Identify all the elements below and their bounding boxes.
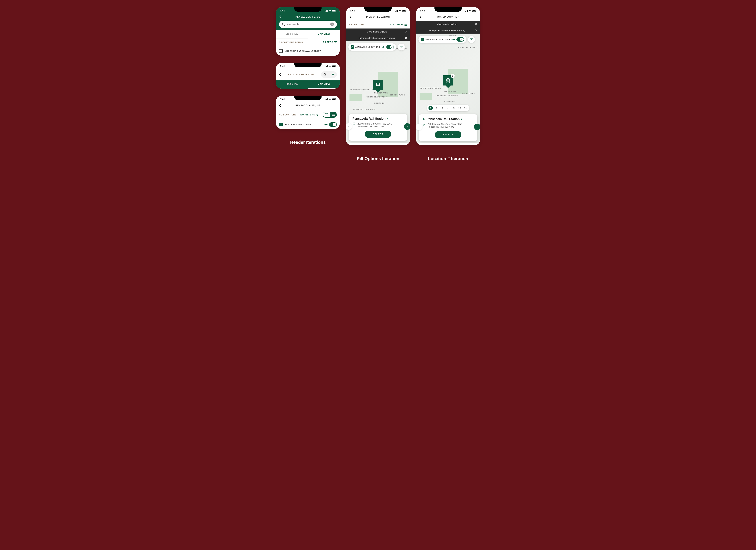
svg-rect-18 (336, 66, 336, 67)
next-location-button[interactable]: › (404, 123, 410, 130)
svg-point-79 (474, 17, 474, 17)
wifi-icon (469, 10, 472, 12)
search-button[interactable] (321, 71, 329, 78)
tab-map-view[interactable]: MAP VIEW (308, 80, 340, 89)
view-toggle (323, 112, 337, 118)
location-card: Pensacola Rail Station › 2200 Rental Car… (349, 114, 407, 141)
location-address: 2200 Rental Car Cntr Pkwy 2250 Pensacola… (428, 123, 462, 128)
svg-point-58 (377, 85, 378, 86)
back-button[interactable] (349, 15, 351, 19)
back-button[interactable] (279, 73, 281, 76)
svg-rect-14 (326, 66, 327, 67)
brand-toggle[interactable]: ✓ (386, 45, 394, 49)
map-pin[interactable] (373, 80, 383, 90)
list-view-button[interactable]: LIST VIEW (390, 23, 407, 26)
svg-rect-84 (447, 78, 450, 82)
list-view-button[interactable] (474, 16, 477, 18)
notch (294, 63, 322, 67)
no-locations-label: NO LOCATIONS (279, 114, 296, 116)
svg-rect-17 (332, 66, 335, 67)
count-listview-row: 5 LOCATIONS LIST VIEW (346, 21, 410, 28)
signal-icon (325, 10, 328, 12)
search-icon (282, 23, 285, 26)
status-icons (325, 65, 336, 67)
availability-checkbox[interactable] (279, 49, 283, 53)
search-input[interactable] (287, 23, 328, 26)
tab-list-view[interactable]: LIST VIEW (276, 80, 308, 89)
available-label: AVAILABLE LOCATIONS (284, 123, 311, 126)
select-button[interactable]: SELECT (435, 131, 461, 138)
filter-button[interactable] (398, 44, 405, 50)
page-9[interactable]: 9 (452, 106, 456, 110)
pill-bar: ✓ AVAILABLE LOCATIONS -e- ✓ (348, 43, 408, 51)
brand-toggle[interactable]: ✓ (456, 37, 464, 42)
filter-icon (400, 46, 403, 48)
no-filters-row: NO LOCATIONS NO FILTERS (276, 109, 340, 120)
filter-button[interactable] (468, 36, 475, 43)
brand-toggle[interactable]: ✓ (329, 122, 337, 127)
svg-rect-62 (377, 84, 379, 85)
toast-enterprise: Enterprise locations are now showing ✕ (416, 27, 480, 34)
back-button[interactable] (279, 15, 281, 19)
status-time: 9:41 (280, 9, 285, 12)
location-title-row[interactable]: 1. Pensacola Rail Station › (422, 117, 474, 121)
svg-rect-70 (467, 10, 467, 12)
page-1[interactable]: 1 (428, 106, 433, 110)
next-location-button[interactable]: › (474, 124, 480, 130)
map[interactable]: MADISON PARK CORDOVA PLACE WHISPERS AT C… (416, 34, 480, 143)
svg-rect-46 (403, 10, 405, 11)
filter-button[interactable] (329, 72, 337, 77)
location-number: 1. (422, 117, 425, 121)
battery-icon (332, 98, 336, 100)
toast-text: Enterprise locations are now showing (419, 29, 475, 32)
toast-close-button[interactable]: ✕ (405, 36, 407, 40)
no-filters-button[interactable]: NO FILTERS (300, 113, 319, 116)
status-time: 9:41 (420, 9, 425, 12)
filters-button[interactable]: FILTERS (323, 41, 337, 44)
svg-rect-2 (326, 10, 327, 12)
available-row: ✓ AVAILABLE LOCATIONS -e- ✓ (276, 120, 340, 129)
svg-point-64 (353, 124, 354, 124)
phone-header-v2: 9:41 5 LOCATIONS FOUND (276, 63, 340, 89)
back-button[interactable] (279, 104, 281, 107)
svg-point-38 (332, 114, 332, 114)
wifi-icon (399, 10, 401, 12)
page-11[interactable]: 11 (463, 106, 468, 110)
back-button[interactable] (419, 15, 421, 19)
phone-header-v1: 9:41 PENSACOLA, FL, US (276, 7, 340, 56)
available-checkbox[interactable]: ✓ (421, 38, 424, 41)
select-button[interactable]: SELECT (365, 131, 391, 138)
status-time: 9:41 (280, 98, 285, 101)
location-count: 5 LOCATIONS FOUND (288, 73, 314, 76)
page-3[interactable]: 3 (440, 106, 444, 110)
page-10[interactable]: 10 (458, 106, 462, 110)
tab-map-view[interactable]: MAP VIEW (308, 30, 340, 38)
page-2[interactable]: 2 (434, 106, 439, 110)
available-checkbox[interactable]: ✓ (351, 45, 354, 49)
map-pin[interactable]: 1 (443, 75, 453, 85)
list-icon (404, 24, 407, 26)
tab-list-view[interactable]: LIST VIEW (276, 30, 308, 38)
wifi-icon (329, 65, 331, 67)
svg-point-80 (474, 18, 474, 18)
location-count: 5 LOCATIONS (349, 24, 364, 26)
toast-close-button[interactable]: ✕ (475, 22, 477, 26)
map-view-option[interactable] (323, 112, 330, 117)
filter-icon (316, 114, 319, 116)
notch (434, 7, 462, 12)
toast-close-button[interactable]: ✕ (475, 29, 477, 32)
available-label: AVAILABLE LOCATIONS (425, 38, 450, 40)
clear-search-button[interactable]: ✕ (330, 23, 334, 26)
status-time: 9:41 (280, 65, 285, 68)
svg-rect-3 (327, 10, 328, 12)
map[interactable]: MADISON PARK CORDOVA PLACE WHISPERS AT C… (346, 41, 410, 143)
list-view-option[interactable] (330, 112, 336, 117)
icon-button-group (321, 71, 337, 78)
status-icons (325, 98, 336, 100)
toast-close-button[interactable]: ✕ (405, 30, 407, 33)
available-checkbox[interactable]: ✓ (279, 123, 283, 126)
location-title-row[interactable]: Pensacola Rail Station › (352, 117, 404, 121)
svg-point-34 (327, 114, 328, 115)
svg-point-92 (424, 124, 425, 125)
pin-number: 1 (451, 74, 455, 78)
